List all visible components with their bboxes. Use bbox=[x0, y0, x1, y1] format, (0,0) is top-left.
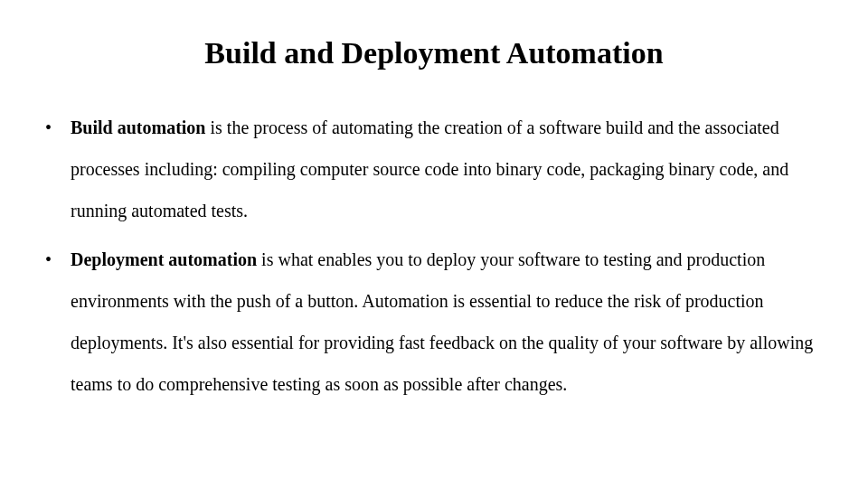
bullet-text: is what enables you to deploy your softw… bbox=[71, 249, 813, 394]
list-item: Deployment automation is what enables yo… bbox=[45, 239, 841, 405]
slide-title: Build and Deployment Automation bbox=[27, 36, 841, 70]
bullet-list: Build automation is the process of autom… bbox=[27, 107, 841, 405]
list-item: Build automation is the process of autom… bbox=[45, 107, 841, 231]
bullet-term: Build automation bbox=[71, 117, 205, 137]
bullet-term: Deployment automation bbox=[71, 249, 257, 269]
